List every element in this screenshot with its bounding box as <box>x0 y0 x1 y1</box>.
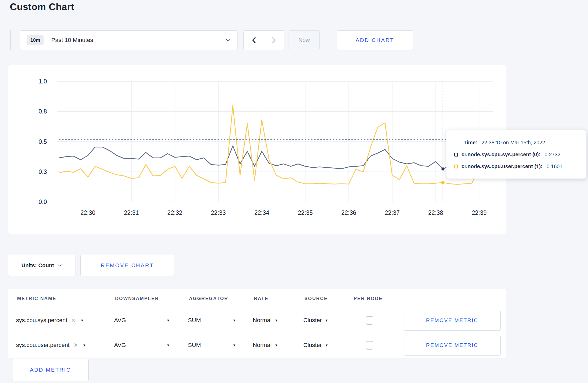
source-select[interactable]: Cluster ▼ <box>303 342 328 349</box>
timeseries-chart[interactable]: 0.00.30.50.81.022:3022:3122:3222:3322:34… <box>8 65 507 235</box>
svg-text:0.5: 0.5 <box>39 138 47 145</box>
next-time-button[interactable] <box>264 31 284 50</box>
rate-select[interactable]: Normal ▼ <box>253 317 278 324</box>
metrics-table: METRIC NAME DOWNSAMPLER AGGREGATOR RATE … <box>8 289 506 358</box>
caret-down-icon: ▼ <box>83 343 86 347</box>
tooltip-series-name: cr.node.sys.cpu.user.percent (1): <box>461 164 542 169</box>
svg-text:22:34: 22:34 <box>254 209 269 216</box>
caret-down-icon: ▼ <box>325 318 328 322</box>
chart-tooltip: Time: 22:38:10 on Mar 15th, 2022 cr.node… <box>446 130 586 179</box>
col-header-source: SOURCE <box>295 296 344 301</box>
col-header-metric-name: METRIC NAME <box>8 296 106 301</box>
remove-metric-button[interactable]: REMOVE METRIC <box>404 310 501 331</box>
svg-text:22:37: 22:37 <box>385 209 400 216</box>
tooltip-time-label: Time: <box>464 140 477 146</box>
svg-text:22:31: 22:31 <box>124 209 139 216</box>
metric-name-value: sys.cpu.sys.percent <box>16 317 67 324</box>
page-title: Custom Chart <box>10 2 74 12</box>
time-pager <box>243 30 284 50</box>
svg-text:22:38: 22:38 <box>428 209 443 216</box>
caret-down-icon: ▼ <box>275 318 278 322</box>
svg-text:22:30: 22:30 <box>80 209 95 216</box>
col-header-aggregator: AGGREGATOR <box>180 296 244 301</box>
aggregator-select[interactable]: SUM ▼ <box>188 317 236 324</box>
per-node-checkbox[interactable] <box>366 316 373 325</box>
remove-chart-button[interactable]: REMOVE CHART <box>80 255 174 276</box>
chart-card: 0.00.30.50.81.022:3022:3122:3222:3322:34… <box>8 65 506 234</box>
metric-name-select[interactable]: sys.cpu.user.percent ✕ ▼ <box>8 342 106 349</box>
rate-select[interactable]: Normal ▼ <box>253 342 278 349</box>
caret-down-icon: ▼ <box>233 343 236 347</box>
custom-chart-page: Custom Chart 10m Past 10 Minutes Now <box>0 0 588 383</box>
downsampler-value: AVG <box>114 317 126 324</box>
time-window-badge: 10m <box>27 35 44 45</box>
svg-text:22:39: 22:39 <box>472 209 487 216</box>
svg-text:22:35: 22:35 <box>298 209 313 216</box>
caret-down-icon: ▼ <box>275 343 278 347</box>
remove-tag-icon[interactable]: ✕ <box>73 342 78 348</box>
metric-name-select[interactable]: sys.cpu.sys.percent ✕ ▼ <box>8 317 106 324</box>
svg-text:0.0: 0.0 <box>39 198 47 205</box>
col-header-downsampler: DOWNSAMPLER <box>106 296 180 301</box>
table-row: sys.cpu.sys.percent ✕ ▼ AVG ▼ SUM ▼ Norm… <box>8 308 506 333</box>
series-user-swatch-icon <box>454 165 458 168</box>
rate-value: Normal <box>253 342 272 349</box>
per-node-checkbox[interactable] <box>366 341 373 350</box>
add-chart-button[interactable]: ADD CHART <box>337 30 413 50</box>
divider <box>10 30 11 50</box>
series-sys-swatch-icon <box>454 153 458 157</box>
caret-down-icon: ▼ <box>233 318 236 322</box>
col-header-per-node: PER NODE <box>344 296 395 301</box>
remove-metric-button[interactable]: REMOVE METRIC <box>404 335 501 356</box>
aggregator-value: SUM <box>188 317 201 324</box>
svg-text:0.3: 0.3 <box>39 168 47 175</box>
table-row: sys.cpu.user.percent ✕ ▼ AVG ▼ SUM ▼ Nor… <box>8 333 506 358</box>
metric-name-value: sys.cpu.user.percent <box>16 342 69 349</box>
prev-time-button[interactable] <box>244 31 264 50</box>
units-label: Units: Count <box>22 262 54 268</box>
source-select[interactable]: Cluster ▼ <box>303 317 328 324</box>
rate-value: Normal <box>253 317 272 324</box>
downsampler-select[interactable]: AVG ▼ <box>114 317 170 324</box>
tooltip-series-value: 0.2732 <box>545 152 561 158</box>
tooltip-time-row: Time: 22:38:10 on Mar 15th, 2022 <box>454 140 579 146</box>
caret-down-icon: ▼ <box>166 318 170 322</box>
svg-text:22:36: 22:36 <box>341 209 356 216</box>
metrics-table-header: METRIC NAME DOWNSAMPLER AGGREGATOR RATE … <box>8 289 506 308</box>
svg-text:1.0: 1.0 <box>39 78 47 85</box>
tooltip-time-value: 22:38:10 on Mar 15th, 2022 <box>481 140 545 146</box>
chevron-down-icon <box>58 264 62 267</box>
aggregator-value: SUM <box>188 342 201 349</box>
caret-down-icon: ▼ <box>325 343 328 347</box>
caret-down-icon: ▼ <box>80 318 84 322</box>
aggregator-select[interactable]: SUM ▼ <box>188 342 236 349</box>
remove-tag-icon[interactable]: ✕ <box>71 317 76 323</box>
time-window-select[interactable]: 10m Past 10 Minutes <box>20 30 238 50</box>
downsampler-value: AVG <box>114 342 126 349</box>
svg-text:22:33: 22:33 <box>211 209 226 216</box>
caret-down-icon: ▼ <box>166 343 170 347</box>
col-header-rate: RATE <box>244 296 295 301</box>
tooltip-series-row: cr.node.sys.cpu.user.percent (1): 0.1601 <box>454 164 579 169</box>
source-value: Cluster <box>303 342 322 349</box>
units-select[interactable]: Units: Count <box>8 255 75 276</box>
source-value: Cluster <box>303 317 322 324</box>
svg-text:22:32: 22:32 <box>167 209 183 216</box>
time-window-label: Past 10 Minutes <box>51 37 93 44</box>
svg-text:0.8: 0.8 <box>39 108 47 115</box>
add-metric-button[interactable]: ADD METRIC <box>12 359 89 381</box>
chevron-down-icon <box>226 39 231 42</box>
tooltip-series-value: 0.1601 <box>547 164 562 169</box>
downsampler-select[interactable]: AVG ▼ <box>114 342 170 349</box>
now-button[interactable]: Now <box>289 30 320 50</box>
tooltip-series-row: cr.node.sys.cpu.sys.percent (0): 0.2732 <box>454 152 579 158</box>
tooltip-series-name: cr.node.sys.cpu.sys.percent (0): <box>461 152 541 158</box>
chevron-right-icon <box>272 37 276 44</box>
chevron-left-icon <box>252 37 256 44</box>
time-controls: 10m Past 10 Minutes Now ADD CHART <box>10 30 413 50</box>
